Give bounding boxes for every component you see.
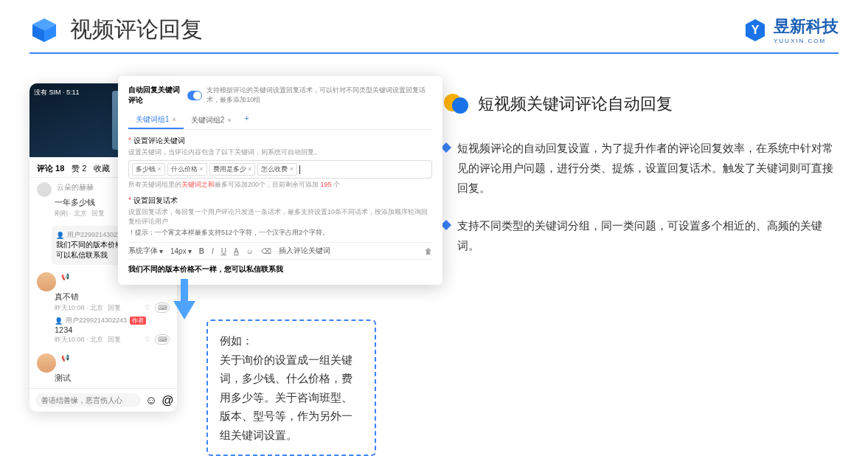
- brand-logo: Y 昱新科技 YUUXIN.COM: [743, 15, 839, 44]
- emoji-icon[interactable]: ☺: [145, 394, 157, 407]
- avatar: [37, 272, 56, 291]
- svg-point-8: [452, 97, 468, 114]
- auto-reply-toggle[interactable]: [187, 91, 202, 100]
- svg-rect-5: [181, 279, 188, 304]
- like-icon[interactable]: ♡: [145, 304, 150, 311]
- keyword-tag[interactable]: 怎么收费: [257, 163, 297, 176]
- user-icon: 👤: [55, 317, 63, 325]
- arrow-down-icon: [173, 279, 195, 319]
- commenter-name: 云朵的赫赫: [57, 183, 94, 191]
- reply-icon[interactable]: ⌨: [155, 303, 170, 313]
- font-select[interactable]: 系统字体 ▾: [128, 246, 163, 256]
- user-icon: 👤: [56, 232, 64, 239]
- bullet-text: 支持不同类型的关键词分组，同一类问题，可设置多个相近的、高频的关键词。: [457, 215, 839, 255]
- italic-icon[interactable]: I: [212, 247, 214, 255]
- close-icon[interactable]: ×: [227, 117, 231, 124]
- bullet-icon: [441, 220, 451, 230]
- svg-marker-6: [173, 301, 195, 319]
- kw-tab-2[interactable]: 关键词组2×: [184, 111, 239, 129]
- keyword-tag[interactable]: 多少钱: [132, 163, 165, 176]
- tab-comments[interactable]: 评论 18: [37, 163, 64, 174]
- keyword-tag[interactable]: 什么价格: [167, 163, 207, 176]
- comment-input[interactable]: [35, 393, 141, 407]
- switch-desc: 支持根据评论的关键词设置回复话术，可以针对不同类型关键词设置回复话术，最多添加1…: [206, 86, 432, 105]
- editor-content[interactable]: 我们不同的版本价格不一样，您可以私信联系我: [128, 260, 432, 276]
- clear-icon[interactable]: ⌫: [261, 247, 271, 255]
- emoji-icon[interactable]: ☺: [246, 247, 254, 255]
- keyword-tag[interactable]: 费用是多少: [209, 163, 256, 176]
- feature-title: 短视频关键词评论自动回复: [478, 93, 673, 115]
- speaker-icon: 📢: [61, 273, 69, 280]
- delete-icon[interactable]: 🗑: [425, 247, 432, 255]
- cube-icon: [29, 15, 59, 45]
- avatar: [37, 353, 56, 373]
- settings-panel: 自动回复关键词评论 支持根据评论的关键词设置回复话术，可以针对不同类型关键词设置…: [118, 76, 442, 285]
- underline-icon[interactable]: U: [221, 247, 226, 255]
- keyword-input[interactable]: 多少钱 什么价格 费用是多少 怎么收费: [128, 160, 432, 179]
- example-box: 例如： 关于询价的设置成一组关键词，多少钱、什么价格，费用多少等。关于咨询班型、…: [206, 319, 376, 456]
- bullet-icon: [441, 142, 451, 153]
- tab-likes[interactable]: 赞 2: [72, 163, 86, 174]
- section-keywords: 设置评论关键词: [128, 136, 432, 146]
- status-bar: 没有 SIM · 5:11: [34, 89, 80, 96]
- add-tab-button[interactable]: +: [239, 111, 255, 129]
- avatar: [37, 182, 52, 197]
- at-icon[interactable]: @: [162, 394, 173, 407]
- section-reply: 设置回复话术: [128, 196, 432, 206]
- insert-keyword-button[interactable]: 插入评论关键词: [279, 246, 330, 256]
- bold-icon[interactable]: B: [199, 247, 204, 255]
- svg-text:Y: Y: [751, 24, 760, 36]
- editor-toolbar: 系统字体 ▾ 14px ▾ B I U A ☺ ⌫ 插入评论关键词 🗑: [128, 242, 432, 260]
- bullet-text: 短视频评论的自动回复设置，为了提升作者的评论回复效率，在系统中针对常见的评论用户…: [457, 138, 839, 198]
- close-icon[interactable]: ×: [173, 116, 176, 123]
- size-select[interactable]: 14px ▾: [170, 247, 192, 255]
- chat-bubble-icon: [442, 91, 469, 117]
- kw-tab-1[interactable]: 关键词组1×: [128, 111, 184, 129]
- switch-label: 自动回复关键词评论: [128, 85, 183, 106]
- tab-fav[interactable]: 收藏: [94, 163, 110, 174]
- color-icon[interactable]: A: [234, 247, 239, 255]
- page-title: 视频评论回复: [70, 15, 203, 45]
